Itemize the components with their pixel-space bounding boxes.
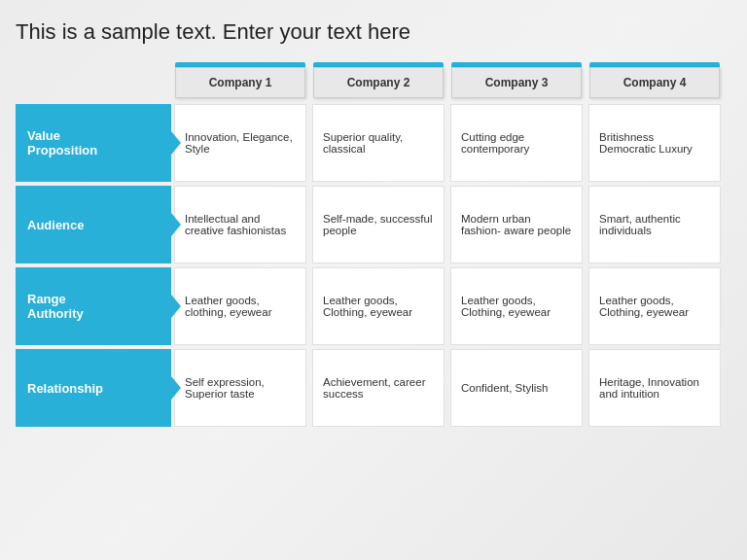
row-label-range-authority: Range Authority — [16, 267, 171, 345]
cell-range-company4: Leather goods, Clothing, eyewear — [588, 267, 721, 345]
company-label-2: Company 2 — [313, 67, 444, 98]
company-label-3: Company 3 — [451, 67, 582, 98]
cell-relationship-company3: Confident, Stylish — [450, 349, 583, 427]
cell-vp-company2: Superior quality, classical — [312, 104, 445, 182]
company-label-1: Company 1 — [175, 67, 305, 98]
cell-audience-company1: Intellectual and creative fashionistas — [174, 186, 306, 263]
cell-range-company2: Leather goods, Clothing, eyewear — [312, 267, 445, 345]
header-empty-cell — [16, 62, 171, 102]
comparison-table: Company 1 Company 2 Company 3 Company 4 … — [16, 62, 724, 429]
cell-relationship-company2: Achievement, career success — [312, 349, 445, 427]
row-label-value-proposition: Value Proposition — [16, 104, 171, 182]
cell-vp-company1: Innovation, Elegance, Style — [174, 104, 306, 182]
page-container: This is a sample text. Enter your text h… — [0, 0, 747, 560]
company-label-4: Company 4 — [589, 67, 720, 98]
cell-relationship-company1: Self expression, Superior taste — [174, 349, 306, 427]
page-title: This is a sample text. Enter your text h… — [16, 19, 724, 45]
company-header-2: Company 2 — [309, 62, 447, 102]
cell-audience-company3: Modern urban fashion- aware people — [450, 186, 583, 263]
cell-audience-company2: Self-made, successful people — [312, 186, 445, 263]
cell-vp-company3: Cutting edge contemporary — [450, 104, 583, 182]
company-header-4: Company 4 — [586, 62, 724, 102]
cell-range-company3: Leather goods, Clothing, eyewear — [450, 267, 583, 345]
row-label-audience: Audience — [16, 186, 171, 263]
cell-vp-company4: Britishness Democratic Luxury — [588, 104, 721, 182]
company-header-1: Company 1 — [171, 62, 309, 102]
cell-audience-company4: Smart, authentic individuals — [588, 186, 721, 263]
cell-relationship-company4: Heritage, Innovation and intuition — [588, 349, 721, 427]
cell-range-company1: Leather goods, clothing, eyewear — [174, 267, 306, 345]
company-header-3: Company 3 — [447, 62, 586, 102]
row-label-relationship: Relationship — [16, 349, 171, 427]
